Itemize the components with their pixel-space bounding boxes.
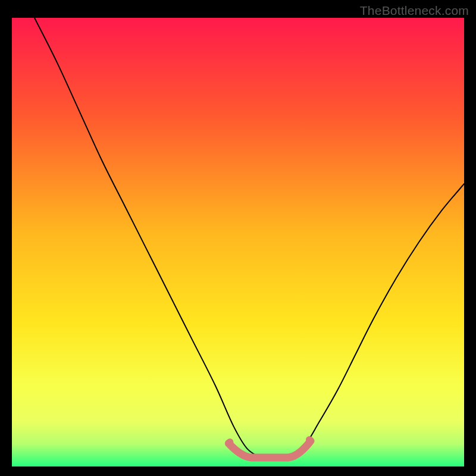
band-cap-right	[306, 436, 313, 443]
plot-area	[12, 18, 464, 466]
gradient-background	[12, 18, 464, 466]
watermark-text: TheBottleneck.com	[360, 4, 469, 18]
chart-frame: TheBottleneck.com	[0, 0, 476, 476]
chart-svg	[12, 18, 464, 466]
band-cap-left	[226, 439, 233, 446]
